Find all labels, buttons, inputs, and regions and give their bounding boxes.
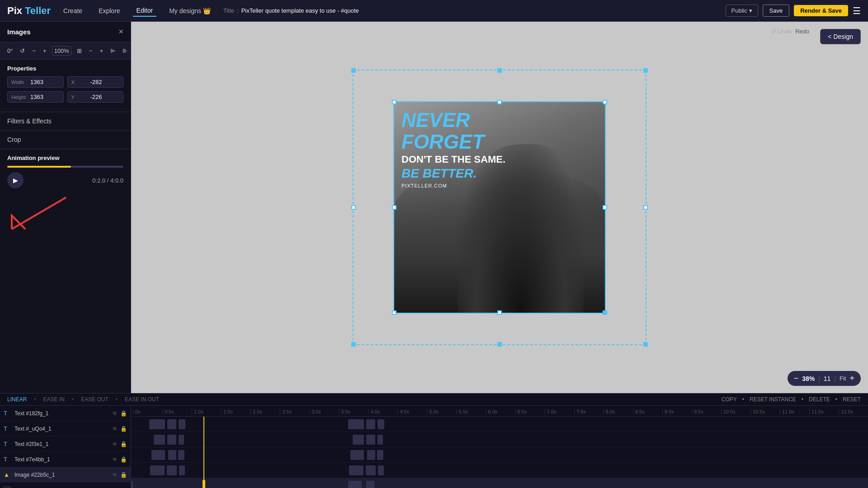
eye-icon-4[interactable]: 👁 [112,472,118,478]
block-3f[interactable] [378,465,384,475]
undo-button[interactable]: ↺ Undo [771,28,792,35]
outer-handle-bl[interactable] [351,342,356,347]
design-button[interactable]: < Design [820,29,861,44]
block-0b[interactable] [167,419,176,429]
block-3c[interactable] [179,465,185,475]
block-0d[interactable] [348,419,364,429]
handle-top-right[interactable] [603,100,607,104]
grid-icon[interactable]: ⊞ [75,47,84,55]
width-field[interactable]: Width 1363 [7,76,64,88]
lock-icon-2[interactable]: 🔒 [120,441,127,447]
hamburger-menu-button[interactable]: ☰ [853,5,861,16]
outer-handle-br[interactable] [643,342,648,347]
block-2c[interactable] [178,450,184,460]
track-row-0[interactable]: T Text #182fg_1 👁 🔒 [0,406,131,421]
block-2d[interactable] [350,450,364,460]
eye-icon-0[interactable]: 👁 [112,410,118,417]
nav-explore[interactable]: Explore [95,5,123,16]
ease-linear[interactable]: LINEAR [7,396,27,403]
rotate-icon[interactable]: ↺ [18,47,27,55]
y-field[interactable]: Y -226 [67,91,124,103]
block-4c[interactable] [366,481,374,488]
lock-icon-0[interactable]: 🔒 [120,410,127,417]
zoom-out-icon[interactable]: − [87,47,94,55]
block-1a[interactable] [154,435,165,445]
block-3b[interactable] [167,465,177,475]
reset-instance-button[interactable]: RESET INSTANCE [750,396,796,403]
block-0c[interactable] [179,419,185,429]
close-button[interactable]: × [118,27,123,37]
align-left-icon[interactable]: ⊫ [108,47,117,55]
handle-mid-right[interactable] [603,205,607,210]
copy-button[interactable]: COPY [722,396,737,403]
visibility-button[interactable]: Public ▾ [726,5,758,17]
track-row-1[interactable]: T Text #_uQo4_1 👁 🔒 [0,421,131,436]
block-2f[interactable] [377,450,383,460]
block-2e[interactable] [367,450,375,460]
lock-icon-3[interactable]: 🔒 [120,456,127,463]
decrease-icon[interactable]: − [30,47,38,55]
block-1b[interactable] [167,435,176,445]
align-center-icon[interactable]: ⊪ [121,47,129,55]
animation-progress-bar[interactable] [7,166,123,168]
handle-top-mid[interactable] [497,100,502,104]
block-3a[interactable] [150,465,165,475]
outer-handle-bm[interactable] [497,342,502,347]
lock-icon-1[interactable]: 🔒 [120,426,127,432]
block-1d[interactable] [353,435,364,445]
outer-handle-mr[interactable] [643,205,648,210]
outer-handle-tr[interactable] [643,68,648,73]
handle-bottom-left[interactable] [392,310,396,315]
block-1c[interactable] [179,435,184,445]
block-0a[interactable] [149,419,165,429]
render-save-button[interactable]: Render & Save [794,5,848,16]
height-field[interactable]: Height 1363 [7,91,64,103]
zoom-minus-button[interactable]: − [794,374,799,383]
eye-icon-1[interactable]: 👁 [112,426,118,432]
ease-in[interactable]: EASE IN [43,396,65,403]
handle-bottom-mid[interactable] [497,310,502,315]
outer-handle-tm[interactable] [497,68,502,73]
timeline-ruler[interactable]: 0s 0:5s 1.0s 1:5s 2.0s 2:5s 3.0s 3:5s 4.… [131,406,868,488]
block-4b[interactable] [348,481,362,488]
handle-top-left[interactable] [392,100,396,104]
block-4-start[interactable] [131,481,133,488]
zoom-plus-button[interactable]: + [849,374,854,383]
handle-bottom-right[interactable] [603,310,607,315]
block-3d[interactable] [349,465,363,475]
block-1f[interactable] [377,435,383,445]
track-row-3[interactable]: T Text #7e4bb_1 👁 🔒 [0,452,131,467]
track-row-2[interactable]: T Text #2f3e1_1 👁 🔒 [0,436,131,452]
block-2a[interactable] [151,450,165,460]
zoom-in-icon[interactable]: + [98,47,105,55]
play-button[interactable]: ▶ [7,172,24,188]
reset-button[interactable]: RESET [843,396,861,403]
block-1e[interactable] [366,435,375,445]
nav-mydesigns[interactable]: My designs 👑 [165,5,214,16]
block-2b[interactable] [168,450,176,460]
redo-button[interactable]: Redo [795,28,809,35]
crop-link[interactable]: Crop [0,131,131,149]
eye-icon-2[interactable]: 👁 [112,441,118,447]
filters-effects-link[interactable]: Filters & Effects [0,112,131,131]
track-row-4[interactable]: ▲ Image #22b5c_1 👁 🔒 [0,467,131,483]
nav-editor[interactable]: Editor [133,5,157,17]
ease-in-out[interactable]: EASE IN OUT [125,396,159,403]
canvas-frame[interactable]: NEVER FORGET DON'T BE THE SAME. BE BETTE… [393,101,606,314]
increase-icon[interactable]: + [41,47,48,55]
block-0f[interactable] [377,419,384,429]
nav-create[interactable]: Create [60,5,86,16]
fit-button[interactable]: Fit [840,375,846,382]
x-field[interactable]: X -282 [67,76,124,88]
outer-handle-tl[interactable] [351,68,356,73]
lock-icon-4[interactable]: 🔒 [120,472,127,478]
handle-mid-left[interactable] [392,205,396,210]
track-row-5[interactable]: □ Video Background [0,483,131,488]
block-0e[interactable] [366,419,375,429]
block-3e[interactable] [366,465,376,475]
title-value[interactable]: PixTeller quote template easy to use - #… [241,7,359,14]
outer-handle-ml[interactable] [351,205,356,210]
save-button[interactable]: Save [763,5,790,17]
delete-button[interactable]: DELETE [809,396,830,403]
ease-out[interactable]: EASE OUT [81,396,108,403]
